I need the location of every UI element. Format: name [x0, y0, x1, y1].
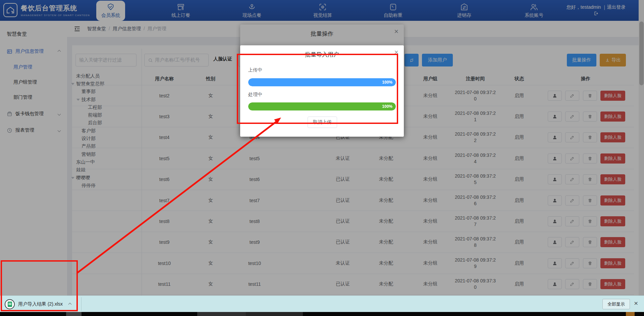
upload-label: 上传中: [248, 67, 262, 73]
close-shelf-icon[interactable]: ×: [634, 300, 638, 307]
excel-file-icon: [5, 299, 15, 309]
dialog-title: 批量导入用户: [240, 51, 404, 58]
download-item[interactable]: 用户导入结果 (2).xlsx: [5, 299, 71, 310]
upload-progress-bar: 100%: [248, 78, 396, 86]
process-label: 处理中: [248, 92, 262, 98]
download-filename: 用户导入结果 (2).xlsx: [18, 301, 63, 307]
process-progress-bar: 100%: [248, 102, 396, 110]
shelf-separator: [81, 297, 82, 311]
taskbar-strip: [0, 312, 644, 316]
chevron-up-icon[interactable]: [68, 303, 72, 306]
download-shelf: 用户导入结果 (2).xlsx 全部显示 ×: [0, 296, 644, 312]
batch-import-dialog: 批量导入用户 × 上传中 100% 处理中 100% 取消上传: [240, 45, 404, 137]
process-percent: 100%: [382, 104, 392, 109]
close-icon[interactable]: ×: [394, 49, 398, 56]
app-root: 餐饮后台管理系统 MANAGEMENT SYSTEM OF SMART CANT…: [0, 0, 644, 316]
cancel-upload-button[interactable]: 取消上传: [308, 117, 337, 128]
show-all-downloads-button[interactable]: 全部显示: [602, 299, 630, 309]
upload-percent: 100%: [382, 80, 392, 85]
